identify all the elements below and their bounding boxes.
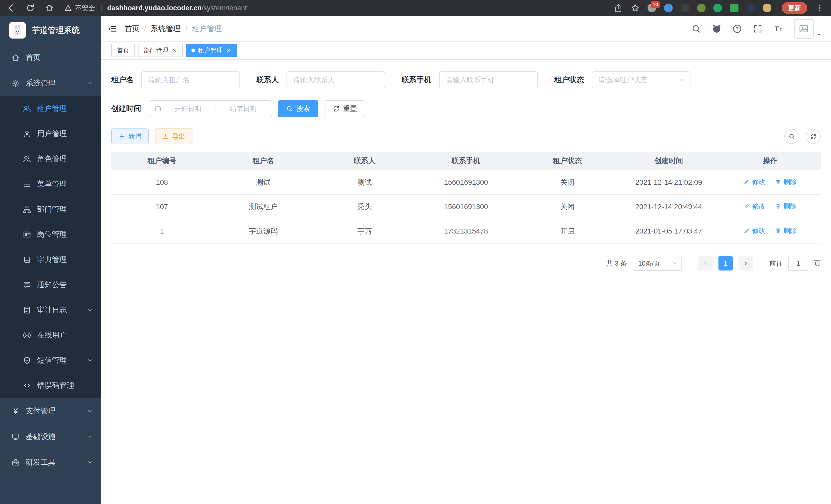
update-button[interactable]: 更新 <box>782 2 807 14</box>
contact-input[interactable] <box>287 71 385 88</box>
extension-icon[interactable] <box>713 4 722 12</box>
role-icon <box>23 155 31 164</box>
browser-bar: 不安全 | dashboard.yudao.iocoder.cn /system… <box>0 0 831 16</box>
close-icon[interactable] <box>171 48 177 53</box>
cell-actions: 修改 删除 <box>719 170 821 195</box>
breadcrumb-item[interactable]: 首页 <box>125 24 140 34</box>
user-menu[interactable] <box>794 19 822 38</box>
chevron-down-icon <box>87 408 93 414</box>
breadcrumb-item[interactable]: 系统管理 <box>151 24 181 34</box>
sidebar-item-payment[interactable]: 支付管理 <box>0 398 101 424</box>
create-time-range-picker[interactable]: 开始日期 - 结束日期 <box>149 100 272 117</box>
extension-icon[interactable]: 10 <box>648 4 656 12</box>
font-size-icon[interactable]: TT <box>773 24 783 34</box>
cell-created: 2021-01-05 17:03:47 <box>618 219 719 243</box>
help-icon[interactable]: ? <box>732 24 742 34</box>
sidebar-item-notice[interactable]: 通知公告 <box>0 272 101 297</box>
search-icon[interactable] <box>691 24 701 34</box>
address-bar[interactable]: dashboard.yudao.iocoder.cn /system/tenan… <box>107 4 247 12</box>
column-header: 租户名 <box>212 152 314 170</box>
search-icon <box>286 105 293 112</box>
url-domain: dashboard.yudao.iocoder.cn <box>107 4 202 12</box>
extension-icon[interactable] <box>730 4 739 12</box>
close-icon[interactable] <box>226 48 231 53</box>
tenant-table: 租户编号 租户名 联系人 联系手机 租户状态 创建时间 操作 108 测试 测试 <box>111 152 821 243</box>
sidebar-item-menu[interactable]: 菜单管理 <box>0 172 101 197</box>
sidebar-item-online-user[interactable]: 在线用户 <box>0 323 101 348</box>
extension-icon[interactable] <box>664 4 673 12</box>
tab-home[interactable]: 首页 <box>111 44 135 57</box>
gear-icon <box>11 79 20 88</box>
tenant-name-input[interactable] <box>141 71 240 88</box>
chevron-down-icon <box>87 459 93 466</box>
search-button[interactable]: 搜索 <box>278 100 318 117</box>
tenant-name-label: 租户名 <box>111 75 134 85</box>
sidebar-item-dept[interactable]: 部门管理 <box>0 197 101 222</box>
refresh-button[interactable] <box>806 129 821 144</box>
sidebar-item-error-code[interactable]: 错误码管理 <box>0 373 101 398</box>
share-icon[interactable] <box>613 3 623 12</box>
extension-icon[interactable] <box>697 4 706 12</box>
sidebar-item-audit-log[interactable]: 审计日志 <box>0 297 101 323</box>
chevron-down-icon <box>672 260 678 266</box>
goto-page-input[interactable] <box>789 256 808 271</box>
puzzle-extension-icon[interactable] <box>746 4 755 12</box>
page-number-button[interactable]: 1 <box>718 256 733 270</box>
tab-tenant[interactable]: 租户管理 <box>186 44 237 57</box>
status-select[interactable]: 请选择租户状态 <box>592 71 690 88</box>
sidebar: 芋道管理系统 首页 系统管理 租户管理 用户管理 角色管理 <box>0 16 101 504</box>
edit-label: 修改 <box>752 178 766 186</box>
delete-link[interactable]: 删除 <box>775 202 797 211</box>
browser-menu-icon[interactable] <box>815 3 824 12</box>
sidebar-item-home[interactable]: 首页 <box>0 45 101 70</box>
fullscreen-icon[interactable] <box>753 24 763 34</box>
download-icon <box>162 133 169 140</box>
svg-text:?: ? <box>736 26 739 32</box>
sidebar-item-sms[interactable]: 短信管理 <box>0 348 101 373</box>
edit-link[interactable]: 修改 <box>743 202 766 211</box>
next-page-button[interactable] <box>739 256 753 270</box>
sidebar-item-tenant[interactable]: 租户管理 <box>0 96 101 121</box>
column-header: 租户状态 <box>517 152 618 170</box>
cell-tenant-id: 1 <box>111 219 212 243</box>
svg-text:T: T <box>780 27 782 32</box>
cell-tenant-id: 107 <box>111 195 212 219</box>
sidebar-item-dict[interactable]: 字典管理 <box>0 247 101 272</box>
sidebar-item-role[interactable]: 角色管理 <box>0 146 101 172</box>
column-header: 联系手机 <box>415 152 516 170</box>
browser-home-icon[interactable] <box>45 3 54 12</box>
sidebar-item-devtools[interactable]: 研发工具 <box>0 449 101 475</box>
back-icon[interactable] <box>7 3 16 12</box>
tab-label: 首页 <box>117 46 129 55</box>
edit-link[interactable]: 修改 <box>743 178 766 186</box>
cell-tenant-name: 芋道源码 <box>212 219 314 243</box>
edit-link[interactable]: 修改 <box>743 226 766 235</box>
edit-icon <box>743 179 750 185</box>
prev-page-button[interactable] <box>698 256 713 270</box>
sidebar-item-user[interactable]: 用户管理 <box>0 121 101 146</box>
sidebar-item-infra[interactable]: 基础设施 <box>0 424 101 449</box>
cell-tenant-name: 测试 <box>212 170 314 195</box>
export-button[interactable]: 导出 <box>155 128 193 144</box>
phone-input[interactable] <box>439 71 538 88</box>
reset-button[interactable]: 重置 <box>324 100 365 117</box>
toggle-search-button[interactable] <box>784 129 799 144</box>
profile-icon[interactable] <box>763 4 771 12</box>
bookmark-star-icon[interactable] <box>631 3 640 12</box>
column-header: 创建时间 <box>618 152 719 170</box>
github-icon[interactable] <box>712 24 721 34</box>
sidebar-item-system[interactable]: 系统管理 <box>0 70 101 96</box>
page-size-select[interactable]: 10条/页 <box>633 256 682 271</box>
delete-link[interactable]: 删除 <box>775 178 797 186</box>
reload-icon[interactable] <box>26 3 35 12</box>
security-indicator[interactable]: 不安全 <box>64 4 95 12</box>
sidebar-item-post[interactable]: 岗位管理 <box>0 222 101 247</box>
sidebar-fold-button[interactable] <box>101 16 123 41</box>
delete-link[interactable]: 删除 <box>775 226 797 235</box>
extension-icon[interactable] <box>681 4 689 12</box>
tab-dept[interactable]: 部门管理 <box>138 44 183 57</box>
add-button[interactable]: 新增 <box>111 128 149 144</box>
column-header: 联系人 <box>314 152 415 170</box>
table-row: 108 测试 测试 15601691300 关闭 2021-12-14 21:0… <box>111 170 821 195</box>
sidebar-item-label: 系统管理 <box>26 78 56 88</box>
